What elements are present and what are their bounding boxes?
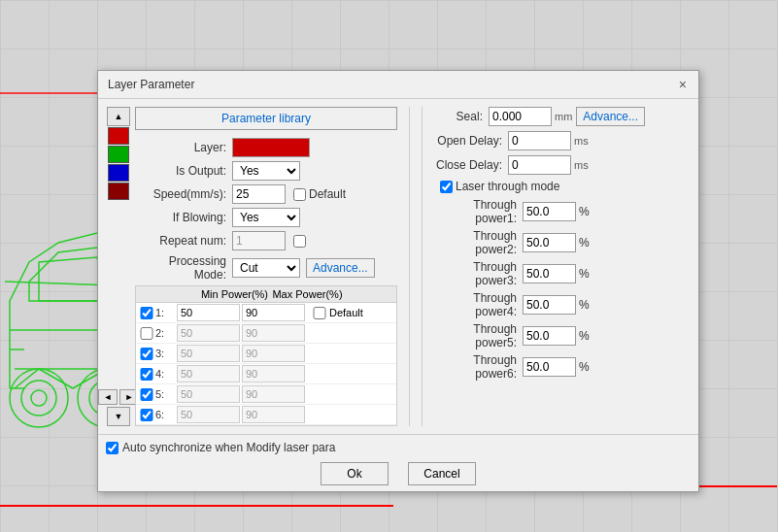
close-delay-row: Close Delay: ms xyxy=(430,155,645,175)
col-empty xyxy=(140,288,198,300)
auto-sync-checkbox[interactable] xyxy=(106,442,118,454)
left-section: ▲ ◄ ► ▼ Parameter library Layer: xyxy=(106,107,397,426)
repeat-num-row: Repeat num: xyxy=(135,231,397,250)
main-form: Parameter library Layer: Is Output: Yes … xyxy=(135,107,397,426)
open-delay-row: Open Delay: ms xyxy=(430,131,645,150)
seal-input[interactable] xyxy=(489,107,552,126)
advance-button[interactable]: Advance... xyxy=(306,258,375,278)
open-delay-input[interactable] xyxy=(508,131,571,150)
scroll-left-button[interactable]: ◄ xyxy=(98,389,118,405)
default-checkbox[interactable] xyxy=(293,188,306,201)
color-item-blue[interactable] xyxy=(108,164,129,182)
default-power-label: Default xyxy=(329,307,363,318)
through-power-label-3: Through power3: xyxy=(430,260,523,287)
through-power-unit-2: % xyxy=(579,236,590,249)
power-label-3: 3: xyxy=(155,348,175,359)
speed-row: Speed(mm/s): 25 Default xyxy=(135,184,397,204)
min-power-1[interactable] xyxy=(177,304,240,321)
power-row-4: 4: xyxy=(136,364,396,384)
color-item-red[interactable] xyxy=(108,127,129,145)
through-power-input-1[interactable] xyxy=(523,202,576,221)
through-power-row-1: Through power1: % xyxy=(430,198,645,225)
close-delay-label: Close Delay: xyxy=(430,158,508,172)
through-power-label-6: Through power6: xyxy=(430,353,523,381)
color-item-darkred[interactable] xyxy=(108,183,129,200)
repeat-num-label: Repeat num: xyxy=(135,234,232,248)
open-delay-unit: ms xyxy=(574,135,589,147)
layer-row: Layer: xyxy=(135,138,397,157)
auto-sync-row: Auto synchronize when Modify laser para xyxy=(106,441,691,454)
through-power-input-2[interactable] xyxy=(523,233,576,252)
speed-input[interactable]: 25 xyxy=(232,184,286,204)
power-check-4[interactable] xyxy=(140,368,153,381)
dialog-title: Layer Parameter xyxy=(108,78,194,91)
seal-advance-button[interactable]: Advance... xyxy=(576,107,645,126)
close-button[interactable]: × xyxy=(677,77,689,92)
close-delay-unit: ms xyxy=(574,159,589,171)
power-check-3[interactable] xyxy=(140,348,153,360)
max-power-1[interactable] xyxy=(242,304,305,321)
through-power-unit-4: % xyxy=(579,298,590,312)
repeat-num-input[interactable] xyxy=(232,231,286,250)
seal-row: Seal: mm Advance... xyxy=(430,107,645,126)
through-power-label-4: Through power4: xyxy=(430,291,523,318)
power-label-5: 5: xyxy=(155,388,175,400)
cancel-button[interactable]: Cancel xyxy=(408,462,476,485)
through-power-input-3[interactable] xyxy=(523,264,576,283)
red-line-top-left xyxy=(0,92,97,94)
power-label-1: 1: xyxy=(155,307,175,318)
if-blowing-select[interactable]: Yes No xyxy=(232,208,300,227)
max-power-5 xyxy=(242,385,305,403)
is-output-row: Is Output: Yes No xyxy=(135,161,397,181)
power-check-1[interactable] xyxy=(140,307,153,319)
col-max-header: Max Power(%) xyxy=(271,288,344,300)
color-sidebar: ▲ ◄ ► ▼ xyxy=(106,107,131,426)
through-power-input-4[interactable] xyxy=(523,295,576,315)
default-check-power: Default xyxy=(313,307,363,319)
laser-through-row: Laser through mode xyxy=(440,180,645,193)
repeat-checkbox[interactable] xyxy=(293,235,306,248)
processing-mode-select[interactable]: Cut Engrave Scan xyxy=(232,258,300,278)
dialog-buttons: Ok Cancel xyxy=(106,462,691,485)
power-row-6: 6: xyxy=(136,405,396,425)
svg-point-0 xyxy=(10,369,68,427)
open-delay-label: Open Delay: xyxy=(430,134,508,148)
min-power-5 xyxy=(177,385,240,403)
through-power-row-3: Through power3: % xyxy=(430,260,645,287)
through-power-unit-3: % xyxy=(579,267,590,281)
close-delay-input[interactable] xyxy=(508,155,571,175)
min-power-4 xyxy=(177,365,240,382)
layer-color-box[interactable] xyxy=(232,138,310,157)
bottom-area: Auto synchronize when Modify laser para … xyxy=(98,434,698,491)
color-item-green[interactable] xyxy=(108,146,129,163)
through-power-input-5[interactable] xyxy=(523,326,576,346)
through-power-unit-5: % xyxy=(579,329,590,343)
vertical-separator xyxy=(409,107,410,426)
through-power-row-5: Through power5: % xyxy=(430,322,645,349)
scroll-up-button[interactable]: ▲ xyxy=(107,107,130,126)
scroll-down-button[interactable]: ▼ xyxy=(107,407,130,426)
ok-button[interactable]: Ok xyxy=(321,462,389,485)
repeat-check-row xyxy=(293,235,306,248)
power-check-5[interactable] xyxy=(140,388,153,401)
red-line-bottom-mid2 xyxy=(151,505,393,507)
col-min-header: Min Power(%) xyxy=(198,288,271,300)
power-check-2[interactable] xyxy=(140,327,153,340)
default-check-row: Default xyxy=(293,187,346,201)
default-power-checkbox[interactable] xyxy=(313,307,326,319)
min-power-6 xyxy=(177,406,240,423)
power-row-1: 1: Default xyxy=(136,303,396,323)
through-power-row-4: Through power4: % xyxy=(430,291,645,318)
svg-point-4 xyxy=(31,390,47,406)
is-output-select[interactable]: Yes No xyxy=(232,161,300,181)
power-row-2: 2: xyxy=(136,323,396,344)
param-library-button[interactable]: Parameter library xyxy=(135,107,397,130)
laser-through-checkbox[interactable] xyxy=(440,181,453,193)
if-blowing-row: If Blowing: Yes No xyxy=(135,208,397,227)
min-power-2 xyxy=(177,324,240,342)
dialog-titlebar: Layer Parameter × xyxy=(98,71,698,99)
through-power-input-6[interactable] xyxy=(523,357,576,377)
dialog-body: ▲ ◄ ► ▼ Parameter library Layer: xyxy=(98,99,698,434)
max-power-2 xyxy=(242,324,305,342)
power-check-6[interactable] xyxy=(140,409,153,421)
